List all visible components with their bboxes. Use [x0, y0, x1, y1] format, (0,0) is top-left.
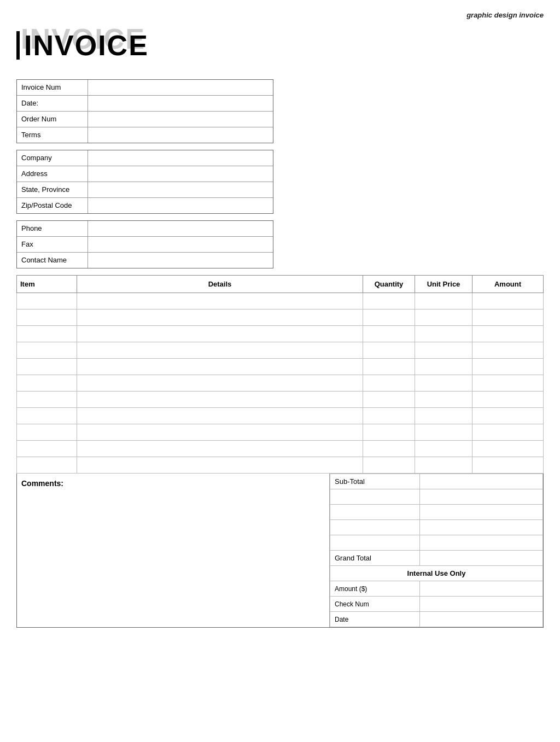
- phone-label: Phone: [17, 221, 88, 236]
- cell-item-6[interactable]: [17, 392, 77, 408]
- order-num-row: Order Num: [17, 112, 273, 127]
- cell-amount-9[interactable]: [472, 441, 544, 457]
- date-value[interactable]: [88, 96, 273, 111]
- extra-value-2[interactable]: [419, 505, 542, 520]
- cell-item-7[interactable]: [17, 408, 77, 424]
- grand-total-value[interactable]: [419, 551, 542, 566]
- zip-postal-value[interactable]: [88, 198, 273, 213]
- cell-details-8[interactable]: [77, 424, 363, 441]
- fax-value[interactable]: [88, 237, 273, 252]
- cell-item-3[interactable]: [17, 342, 77, 359]
- internal-use-label: Internal Use Only: [330, 566, 543, 581]
- cell-item-4[interactable]: [17, 359, 77, 375]
- cell-amount-5[interactable]: [472, 375, 544, 392]
- invoice-num-label: Invoice Num: [17, 80, 88, 95]
- cell-details-3[interactable]: [77, 342, 363, 359]
- col-header-item: Item: [17, 276, 77, 293]
- zip-postal-row: Zip/Postal Code: [17, 198, 273, 213]
- table-row: [17, 441, 544, 457]
- table-row: [17, 457, 544, 474]
- phone-value[interactable]: [88, 221, 273, 236]
- cell-unitprice-9[interactable]: [415, 441, 472, 457]
- cell-unitprice-4[interactable]: [415, 359, 472, 375]
- cell-item-8[interactable]: [17, 424, 77, 441]
- phone-row: Phone: [17, 221, 273, 237]
- contact-name-value[interactable]: [88, 253, 273, 268]
- cell-unitprice-7[interactable]: [415, 408, 472, 424]
- cell-quantity-1[interactable]: [363, 309, 415, 326]
- invoice-num-value[interactable]: [88, 80, 273, 95]
- cell-quantity-10[interactable]: [363, 457, 415, 474]
- cell-amount-3[interactable]: [472, 342, 544, 359]
- cell-item-5[interactable]: [17, 375, 77, 392]
- cell-item-1[interactable]: [17, 309, 77, 326]
- table-row: [17, 342, 544, 359]
- comments-section: Comments:: [17, 474, 330, 627]
- cell-quantity-5[interactable]: [363, 375, 415, 392]
- invoice-num-row: Invoice Num: [17, 80, 273, 96]
- cell-unitprice-10[interactable]: [415, 457, 472, 474]
- comments-label: Comments:: [21, 479, 63, 488]
- check-num-value[interactable]: [419, 597, 542, 612]
- cell-unitprice-3[interactable]: [415, 342, 472, 359]
- cell-amount-7[interactable]: [472, 408, 544, 424]
- cell-amount-10[interactable]: [472, 457, 544, 474]
- totals-table: Sub-Total: [330, 474, 543, 627]
- cell-details-10[interactable]: [77, 457, 363, 474]
- cell-details-2[interactable]: [77, 326, 363, 342]
- extra-value-3[interactable]: [419, 520, 542, 535]
- cell-item-10[interactable]: [17, 457, 77, 474]
- cell-unitprice-0[interactable]: [415, 293, 472, 309]
- cell-quantity-8[interactable]: [363, 424, 415, 441]
- table-row: [17, 309, 544, 326]
- terms-value[interactable]: [88, 127, 273, 143]
- cell-quantity-2[interactable]: [363, 326, 415, 342]
- cell-details-1[interactable]: [77, 309, 363, 326]
- extra-value-4[interactable]: [419, 535, 542, 551]
- cell-amount-8[interactable]: [472, 424, 544, 441]
- cell-details-4[interactable]: [77, 359, 363, 375]
- cell-unitprice-6[interactable]: [415, 392, 472, 408]
- cell-amount-2[interactable]: [472, 326, 544, 342]
- address-value[interactable]: [88, 166, 273, 182]
- company-value[interactable]: [88, 150, 273, 166]
- cell-unitprice-1[interactable]: [415, 309, 472, 326]
- cell-details-6[interactable]: [77, 392, 363, 408]
- cell-amount-0[interactable]: [472, 293, 544, 309]
- cell-amount-6[interactable]: [472, 392, 544, 408]
- cell-amount-1[interactable]: [472, 309, 544, 326]
- cell-details-0[interactable]: [77, 293, 363, 309]
- order-num-value[interactable]: [88, 112, 273, 127]
- cell-quantity-3[interactable]: [363, 342, 415, 359]
- cell-quantity-6[interactable]: [363, 392, 415, 408]
- cell-unitprice-8[interactable]: [415, 424, 472, 441]
- state-province-value[interactable]: [88, 182, 273, 197]
- extra-value-1[interactable]: [419, 489, 542, 505]
- cell-details-9[interactable]: [77, 441, 363, 457]
- cell-unitprice-5[interactable]: [415, 375, 472, 392]
- col-header-amount: Amount: [472, 276, 544, 293]
- internal-date-value[interactable]: [419, 612, 542, 627]
- cell-amount-4[interactable]: [472, 359, 544, 375]
- cell-quantity-0[interactable]: [363, 293, 415, 309]
- date-row: Date:: [17, 96, 273, 112]
- cell-item-0[interactable]: [17, 293, 77, 309]
- bottom-section: Comments: Sub-Total: [16, 474, 544, 628]
- cell-unitprice-2[interactable]: [415, 326, 472, 342]
- cell-item-2[interactable]: [17, 326, 77, 342]
- cell-quantity-9[interactable]: [363, 441, 415, 457]
- cell-quantity-4[interactable]: [363, 359, 415, 375]
- fax-label: Fax: [17, 237, 88, 252]
- order-num-label: Order Num: [17, 112, 88, 127]
- cell-details-7[interactable]: [77, 408, 363, 424]
- address-row: Address: [17, 166, 273, 182]
- address-label: Address: [17, 166, 88, 182]
- cell-item-9[interactable]: [17, 441, 77, 457]
- amount-dollar-row: Amount ($): [330, 581, 543, 597]
- cell-quantity-7[interactable]: [363, 408, 415, 424]
- subtotal-value[interactable]: [419, 474, 542, 489]
- amount-dollar-label: Amount ($): [330, 581, 420, 597]
- cell-details-5[interactable]: [77, 375, 363, 392]
- amount-dollar-value[interactable]: [419, 581, 542, 597]
- page-header-title: graphic design invoice: [16, 11, 544, 19]
